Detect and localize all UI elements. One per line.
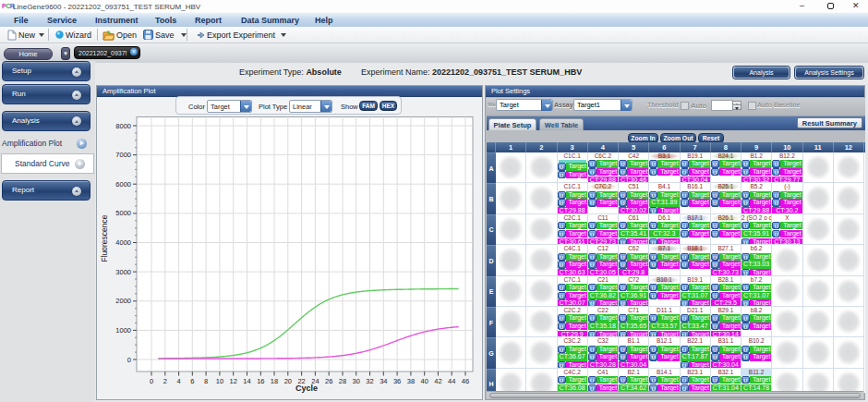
svg-text:30: 30: [353, 377, 360, 385]
svg-text:Fluorescence: Fluorescence: [100, 214, 109, 262]
svg-text:2: 2: [163, 377, 167, 385]
svg-text:26: 26: [325, 377, 332, 385]
svg-text:46: 46: [462, 377, 469, 385]
svg-text:28: 28: [339, 377, 346, 385]
svg-text:8: 8: [204, 377, 208, 385]
svg-text:6: 6: [190, 377, 194, 385]
svg-text:0: 0: [150, 377, 153, 385]
svg-text:38: 38: [407, 377, 415, 385]
svg-text:Cycle: Cycle: [295, 384, 318, 393]
svg-text:4: 4: [177, 377, 181, 385]
svg-text:10: 10: [216, 377, 223, 385]
svg-text:34: 34: [380, 377, 387, 385]
svg-text:7000: 7000: [115, 151, 131, 159]
svg-text:42: 42: [434, 377, 441, 385]
svg-text:36: 36: [393, 377, 401, 385]
svg-text:14: 14: [243, 377, 250, 385]
svg-text:8000: 8000: [115, 122, 131, 130]
svg-text:6000: 6000: [115, 180, 131, 189]
svg-text:4000: 4000: [115, 238, 131, 247]
svg-text:1000: 1000: [115, 326, 131, 335]
svg-text:18: 18: [271, 377, 278, 385]
svg-text:12: 12: [230, 377, 237, 385]
svg-text:16: 16: [257, 377, 264, 385]
svg-text:44: 44: [448, 377, 455, 385]
svg-text:40: 40: [421, 377, 428, 385]
svg-text:32: 32: [366, 377, 373, 385]
svg-text:3000: 3000: [115, 268, 131, 276]
svg-text:5000: 5000: [115, 209, 131, 217]
svg-text:2000: 2000: [115, 297, 131, 305]
svg-text:20: 20: [284, 377, 292, 385]
svg-text:0: 0: [127, 356, 131, 364]
